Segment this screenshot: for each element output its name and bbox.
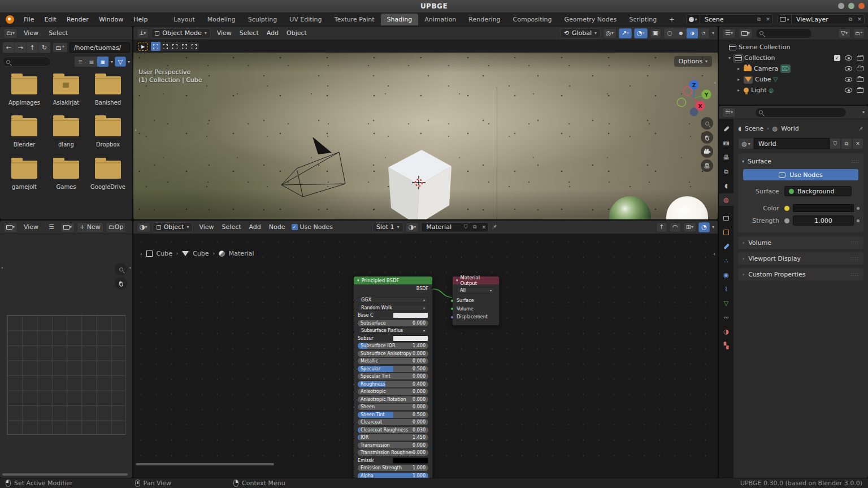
viewlayer-remove-icon[interactable]: ✕: [855, 16, 864, 22]
copy-material-icon[interactable]: ⧉: [470, 224, 479, 230]
white-sphere-object[interactable]: [666, 196, 708, 219]
workspace-tab[interactable]: Modeling: [201, 14, 242, 25]
menu-item[interactable]: Help: [128, 14, 153, 25]
hide-eye-icon[interactable]: [845, 55, 852, 61]
pin-icon[interactable]: 📌︎: [858, 126, 863, 132]
select-box-icon[interactable]: [160, 42, 170, 51]
input-socket[interactable]: [353, 451, 355, 455]
panel-toggle-icon[interactable]: ‹: [129, 265, 131, 270]
chrome-sphere-object[interactable]: [609, 196, 651, 219]
tab-constraints[interactable]: ⌇: [719, 283, 734, 295]
viewport-menu-item[interactable]: Object: [283, 28, 311, 38]
surface-shader-select[interactable]: Background: [784, 186, 852, 196]
outliner-row-light[interactable]: ▸ Light ◎: [721, 85, 866, 96]
imageeditor-menu-view[interactable]: View: [20, 222, 42, 232]
input-socket[interactable]: [450, 307, 454, 310]
viewport-menu-item[interactable]: Select: [236, 28, 263, 38]
workspace-tab[interactable]: Shading: [381, 14, 419, 25]
node-row[interactable]: Sheen Tint 0.500: [358, 412, 428, 418]
node-row[interactable]: Transmission Roughness 0.000: [358, 450, 428, 456]
snap-node-icon[interactable]: ◠: [670, 222, 681, 232]
imageeditor-type-icon[interactable]: ▾: [3, 222, 18, 232]
input-socket[interactable]: [353, 352, 355, 356]
node-row[interactable]: Subsurface 0.000: [358, 320, 428, 327]
column-view-button[interactable]: ▤: [86, 57, 97, 67]
tab-physics[interactable]: ◉: [719, 269, 734, 281]
rendered-shading-icon[interactable]: ◔: [698, 28, 709, 38]
node-row[interactable]: Anisotropic 0.000: [358, 388, 428, 395]
up-button[interactable]: ↑: [27, 42, 38, 53]
use-nodes-checkbox[interactable]: ✓: [292, 224, 298, 230]
viewport-canvas[interactable]: Options▾ User Perspective (1) Collection…: [133, 53, 718, 219]
viewlayer-icon[interactable]: ▾: [778, 15, 792, 24]
folder-item[interactable]: dlang: [45, 118, 87, 148]
node-row[interactable]: Subsurface Radius: [358, 327, 428, 334]
back-button[interactable]: ←: [3, 42, 15, 53]
navigation-gizmo[interactable]: Z Y X: [667, 73, 718, 124]
tab-scene[interactable]: ◖: [719, 179, 734, 192]
panel-toggle-icon[interactable]: ‹: [714, 80, 716, 85]
input-socket[interactable]: [353, 344, 355, 348]
imageeditor-hamburger-icon[interactable]: ☰: [45, 222, 58, 232]
panel-toggle-icon[interactable]: ›: [1, 265, 3, 270]
input-socket[interactable]: [353, 436, 355, 439]
node-row[interactable]: Subsurface Co: [358, 335, 428, 342]
input-socket[interactable]: [353, 444, 355, 447]
scene-icon[interactable]: ▾: [687, 15, 700, 24]
outliner-type-icon[interactable]: ☰▾: [722, 28, 736, 38]
viewport-pan-button[interactable]: [701, 131, 713, 144]
image-pan-button[interactable]: [115, 277, 127, 290]
principled-bsdf-node[interactable]: Principled BSDF BSDF GGX: [353, 276, 433, 478]
snap-toggle-icon[interactable]: ↗▾: [619, 28, 632, 38]
thumbnail-view-button[interactable]: ▦: [97, 57, 108, 67]
workspace-tab[interactable]: Texture Paint: [328, 14, 381, 25]
shader-menu-item[interactable]: Select: [218, 222, 245, 232]
hide-eye-icon[interactable]: [845, 77, 852, 82]
pin-icon[interactable]: 📌︎: [491, 223, 497, 231]
snap-grid-icon[interactable]: ⊞▾: [683, 222, 696, 232]
image-browse-icon[interactable]: ▾: [60, 222, 75, 232]
close-button[interactable]: [858, 3, 865, 9]
input-socket[interactable]: [353, 421, 355, 424]
disclosure-icon[interactable]: ▸: [736, 66, 741, 71]
input-socket[interactable]: [353, 306, 355, 310]
folder-item[interactable]: Blender: [3, 118, 45, 148]
input-socket[interactable]: [353, 299, 355, 302]
viewlayer-selector[interactable]: ▾ ViewLayer ⧉ ✕: [778, 14, 865, 24]
breadcrumb-world[interactable]: World: [781, 125, 799, 132]
folder-item[interactable]: Asiakirjat: [45, 76, 87, 106]
minimize-button[interactable]: [838, 3, 844, 9]
viewlayer-copy-icon[interactable]: ⧉: [846, 16, 855, 23]
node-row[interactable]: Emission: [358, 457, 428, 464]
panel-toggle-icon[interactable]: ›: [140, 251, 142, 257]
collection-checkbox[interactable]: ✓: [834, 55, 840, 61]
disclosure-icon[interactable]: ▸: [736, 77, 741, 82]
node-header[interactable]: Principled BSDF: [354, 277, 432, 284]
node-row[interactable]: Transmission 0.000: [358, 442, 428, 449]
outliner-row-scene-collection[interactable]: Scene Collection: [721, 42, 866, 53]
tab-object[interactable]: [719, 226, 734, 239]
scene-unlink-icon[interactable]: ✕: [763, 16, 772, 22]
world-color-swatch[interactable]: [793, 204, 854, 212]
filebrowser-menu-view[interactable]: View: [20, 28, 42, 38]
disclosure-icon[interactable]: ▾: [727, 55, 732, 61]
outliner-display-icon[interactable]: ▾: [739, 28, 753, 38]
image-zoom-button[interactable]: [115, 263, 127, 275]
pivot-point-icon[interactable]: ◎▾: [603, 28, 617, 38]
menu-item[interactable]: Render: [62, 14, 94, 25]
path-field[interactable]: /home/tuomas/: [70, 42, 130, 53]
display-caret-icon[interactable]: ▾: [111, 59, 113, 64]
folder-item[interactable]: GoogleDrive: [87, 161, 129, 190]
output-input-row[interactable]: Volume: [457, 305, 495, 312]
unlink-world-icon[interactable]: ✕: [852, 138, 863, 149]
collapsed-panel[interactable]: › Volume ::::: [738, 236, 863, 249]
node-canvas[interactable]: › Cube › Cube › Material ‹ Principled BS…: [133, 234, 718, 468]
folder-item[interactable]: Dropbox: [87, 118, 129, 148]
panel-toggle-icon[interactable]: ›: [134, 127, 137, 133]
material-output-node[interactable]: Material Output All Surface Volume: [452, 276, 500, 326]
input-socket[interactable]: [353, 322, 355, 325]
input-socket[interactable]: [353, 360, 355, 363]
render-toggle-icon[interactable]: [857, 67, 863, 71]
node-row[interactable]: Specular Tint 0.000: [358, 373, 428, 380]
hide-eye-icon[interactable]: [845, 66, 852, 71]
